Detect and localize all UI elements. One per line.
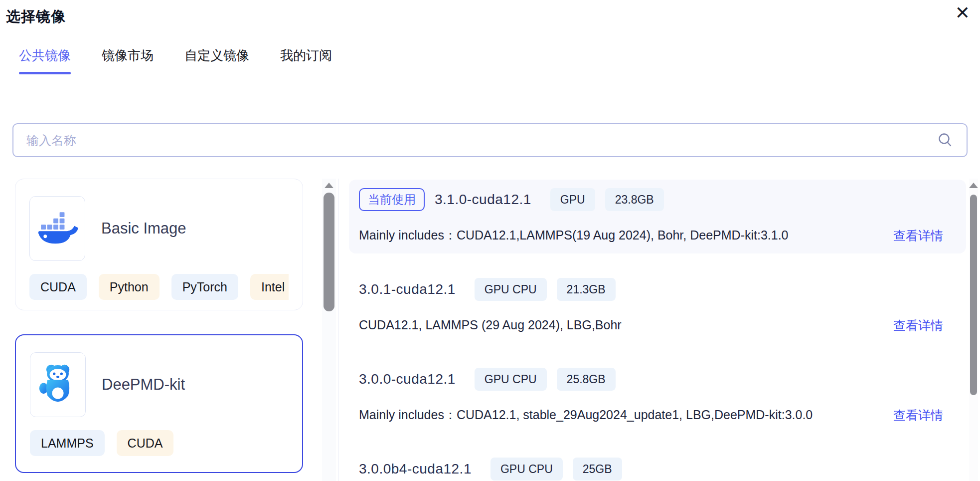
version-description: Mainly includes：CUDA12.1,LAMMPS(19 Aug 2…	[359, 224, 789, 246]
view-details-link[interactable]: 查看详情	[893, 228, 943, 244]
card-title: DeePMD-kit	[102, 376, 185, 394]
view-details-link[interactable]: 查看详情	[893, 317, 943, 334]
card-tag: LAMMPS	[30, 430, 105, 456]
version-name: 3.0.0-cuda12.1	[359, 371, 456, 387]
scroll-up-icon[interactable]	[969, 183, 978, 188]
card-tag-row: LAMMPS CUDA	[30, 430, 288, 456]
current-use-badge: 当前使用	[359, 188, 425, 211]
hardware-tag: GPU CPU	[475, 368, 547, 391]
page-title: 选择镜像	[6, 7, 66, 27]
version-row-3-0-0b4[interactable]: 3.0.0b4-cuda12.1 GPU CPU 25GB	[349, 449, 966, 481]
size-tag: 21.3GB	[557, 278, 616, 301]
deepmd-panda-icon	[30, 352, 86, 417]
hardware-tag: GPU CPU	[475, 278, 547, 301]
tab-custom-images[interactable]: 自定义镜像	[184, 47, 249, 74]
version-name: 3.1.0-cuda12.1	[435, 192, 531, 208]
image-card-basic-image[interactable]: Basic Image CUDA Python PyTorch Intel	[15, 179, 303, 310]
version-description: CUDA12.1, LAMMPS (29 Aug 2024), LBG,Bohr	[359, 313, 622, 336]
card-tag-row: CUDA Python PyTorch Intel	[29, 274, 289, 300]
card-tag: Intel	[250, 274, 289, 300]
tab-image-market[interactable]: 镜像市场	[102, 47, 154, 74]
hardware-tag: GPU	[550, 188, 595, 211]
left-panel-scrollbar[interactable]	[322, 179, 336, 481]
version-list: 当前使用 3.1.0-cuda12.1 GPU 23.8GB Mainly in…	[349, 0, 967, 481]
tab-bar: 公共镜像 镜像市场 自定义镜像 我的订阅	[19, 47, 332, 74]
version-name: 3.0.1-cuda12.1	[359, 281, 456, 297]
size-tag: 25GB	[573, 458, 622, 481]
panel-divider	[338, 179, 339, 481]
docker-whale-icon	[29, 196, 85, 261]
tab-my-subscriptions[interactable]: 我的订阅	[280, 47, 332, 74]
card-tag: Python	[99, 274, 160, 300]
card-title: Basic Image	[101, 220, 186, 238]
image-card-deepmd-kit[interactable]: DeePMD-kit LAMMPS CUDA	[15, 334, 303, 473]
version-row-3-0-0[interactable]: 3.0.0-cuda12.1 GPU CPU 25.8GB Mainly inc…	[349, 359, 966, 449]
version-description: Mainly includes：CUDA12.1, stable_29Aug20…	[359, 403, 813, 426]
card-tag: PyTorch	[171, 274, 238, 300]
tab-public-images[interactable]: 公共镜像	[19, 47, 71, 74]
card-tag: CUDA	[117, 430, 174, 456]
version-name: 3.0.0b4-cuda12.1	[359, 461, 472, 477]
hardware-tag: GPU CPU	[490, 458, 563, 481]
size-tag: 23.8GB	[605, 188, 664, 211]
scrollbar-thumb[interactable]	[324, 193, 334, 311]
card-tag: CUDA	[29, 274, 87, 300]
version-row-3-1-0[interactable]: 当前使用 3.1.0-cuda12.1 GPU 23.8GB Mainly in…	[349, 180, 966, 253]
version-row-3-0-1[interactable]: 3.0.1-cuda12.1 GPU CPU 21.3GB CUDA12.1, …	[349, 269, 966, 359]
scroll-up-icon[interactable]	[325, 183, 333, 188]
view-details-link[interactable]: 查看详情	[893, 407, 943, 424]
scrollbar-thumb[interactable]	[970, 195, 977, 395]
version-list-scrollbar[interactable]	[969, 179, 978, 481]
size-tag: 25.8GB	[557, 368, 616, 391]
